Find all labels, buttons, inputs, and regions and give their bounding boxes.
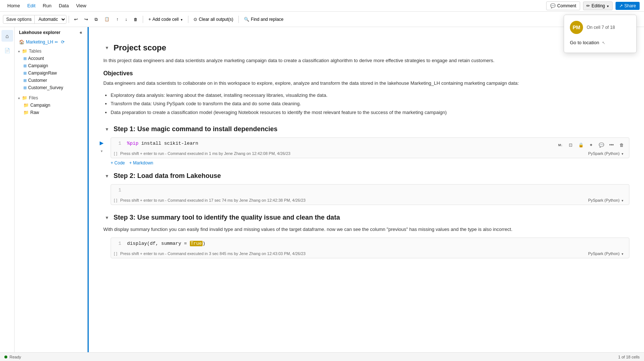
cell1-delete-button[interactable]: 🗑 (617, 141, 626, 149)
add-code-button-1[interactable]: + Code (111, 160, 125, 166)
status-bar: Ready 1 of 18 cells (0, 352, 644, 361)
cell1-toolbar: M↓ ⊡ 🔒 ✦ 💬 ••• 🗑 (556, 141, 626, 149)
cell1-comment-button[interactable]: 💬 (597, 141, 606, 149)
share-icon: ↗ (619, 3, 623, 8)
comment-button[interactable]: 💬 Comment (546, 1, 580, 10)
code-line-3: 1 display(df, summary = True) (111, 238, 629, 249)
menu-home[interactable]: Home (4, 1, 23, 10)
collapse-step1-button[interactable]: ▼ (103, 126, 111, 133)
objectives-title: Objectives (103, 70, 629, 77)
sidebar-icon-home[interactable]: ⌂ (1, 30, 13, 42)
collapse-step3-button[interactable]: ▼ (103, 214, 111, 221)
code-step1: %pip install scikit-learn (127, 141, 198, 146)
comment-icon: 💬 (550, 3, 556, 8)
move-up-button[interactable]: ↑ (113, 15, 121, 23)
copy-button[interactable]: ⧉ (92, 15, 101, 23)
section-step2: ▼ Step 2: Load data from Lakehouse (103, 172, 629, 180)
objectives-intro: Data engineers and data scientists to co… (103, 80, 629, 87)
cell-count: 1 of 18 cells (618, 355, 640, 359)
step3-description: With display summary function you can ea… (103, 226, 629, 233)
user-avatar: PM (570, 21, 583, 34)
project-scope-title: Project scope (114, 43, 166, 53)
toolbar-divider-2 (143, 16, 143, 23)
code-line-2: 1 (111, 185, 629, 196)
move-down-button[interactable]: ↓ (122, 15, 130, 23)
editing-button[interactable]: ✏ Editing (583, 1, 613, 10)
cell-step1: ▶ ▾ M↓ ⊡ 🔒 ✦ 💬 ••• 🗑 1 %pip install scik… (111, 137, 629, 168)
sidebar-item-campaign[interactable]: ⊞ Campaign (15, 62, 87, 69)
save-options-label: Save options (3, 15, 34, 23)
cell3-execution: [ ] Press shift + enter to run - Command… (111, 249, 629, 258)
goto-location-button[interactable]: Go to location ↖ (570, 38, 630, 47)
section-step1: ▼ Step 1: Use magic command to install d… (103, 125, 629, 133)
code-cell-1[interactable]: M↓ ⊡ 🔒 ✦ 💬 ••• 🗑 1 %pip install scikit-l… (111, 137, 629, 158)
content-area: ▼ Project scope In this project data eng… (89, 27, 644, 352)
find-replace-button[interactable]: 🔍 Find and replace (241, 15, 286, 23)
collapse-step2-button[interactable]: ▼ (103, 172, 111, 180)
menu-data[interactable]: Data (56, 1, 72, 10)
user-popup: PM On cell 7 of 18 Go to location ↖ (564, 15, 637, 53)
sidebar-item-campaignraw[interactable]: ⊞ CampaignRaw (15, 69, 87, 77)
menu-run[interactable]: Run (40, 1, 54, 10)
cursor-icon: ↖ (602, 41, 605, 45)
menu-edit[interactable]: Edit (24, 1, 38, 10)
cell1-controls: ▶ ▾ (97, 137, 106, 154)
cell-step3: 1 display(df, summary = True) [ ] Press … (111, 238, 629, 258)
lakehouse-icon: 🏠 (19, 39, 24, 45)
cell1-collapse-button[interactable]: ▾ (98, 148, 105, 154)
status-left: Ready (4, 355, 21, 359)
table-campaignraw-icon: ⊞ (23, 71, 27, 76)
main-layout: ⌂ 📄 Lakehouse explorer « 🏠 Marketing_LH … (0, 27, 644, 352)
cell1-star-button[interactable]: ✦ (587, 141, 595, 149)
table-campaign-icon: ⊞ (23, 64, 27, 68)
bullet-2: Transform the data: Using PySpark code t… (111, 99, 629, 108)
undo-icon (74, 17, 78, 22)
folder-tables-icon: 📁 (22, 49, 27, 54)
collapse-project-scope-button[interactable]: ▼ (103, 44, 111, 52)
delete-button[interactable]: 🗑 (131, 16, 141, 23)
sidebar-item-raw-folder[interactable]: 📁 Raw (15, 109, 87, 116)
cell1-run-button[interactable]: ▶ (97, 139, 106, 147)
lakehouse-refresh-icon[interactable]: ⟳ (61, 39, 65, 45)
cell1-more-button[interactable]: ••• (607, 141, 616, 149)
sidebar-icon-file[interactable]: 📄 (1, 45, 13, 56)
clear-all-outputs-button[interactable]: ⊙ Clear all output(s) (191, 15, 236, 23)
share-button[interactable]: ↗ Share (616, 2, 640, 10)
undo-button[interactable] (71, 15, 81, 23)
lakehouse-edit-icon[interactable]: ✏ (55, 40, 58, 45)
cell3-language-chevron-icon (621, 251, 624, 256)
sidebar-item-campaign-folder[interactable]: 📁 Campaign (15, 102, 87, 109)
popup-cell-info: On cell 7 of 18 (587, 25, 615, 30)
sidebar-item-customer[interactable]: ⊞ Customer (15, 77, 87, 84)
lakehouse-name[interactable]: 🏠 Marketing_LH ✏ ⟳ (15, 38, 87, 46)
redo-button[interactable] (81, 15, 91, 23)
folder-campaign-icon: 📁 (23, 103, 29, 108)
collapse-sidebar-button[interactable]: « (79, 29, 83, 36)
files-group[interactable]: 📁 Files (15, 94, 87, 102)
step3-title: Step 3: Use summary tool to identify the… (114, 214, 340, 221)
paste-button[interactable]: 📋 (101, 15, 112, 23)
cell3-language-badge[interactable]: PySpark (Python) (586, 251, 626, 256)
table-customersurvey-icon: ⊞ (23, 86, 27, 90)
sidebar-item-account[interactable]: ⊞ Account (15, 55, 87, 62)
paste-icon: 📋 (104, 17, 110, 22)
cell1-md-button[interactable]: M↓ (556, 141, 565, 149)
add-code-chevron-icon (180, 17, 183, 22)
step2-title: Step 2: Load data from Lakehouse (114, 172, 221, 180)
add-cell-row-1: + Code + Markdown (111, 158, 629, 168)
menu-view[interactable]: View (73, 1, 89, 10)
add-markdown-button-1[interactable]: + Markdown (129, 160, 153, 166)
code-cell-2[interactable]: 1 [ ] Press shift + enter to run - Comma… (111, 184, 629, 205)
cell2-status: Press shift + enter to run - Command exe… (117, 198, 586, 202)
bullet-3: Data preparation to create a classificat… (111, 108, 629, 117)
sidebar-item-customer-survey[interactable]: ⊞ Customer_Survey (15, 84, 87, 91)
cell1-language-badge[interactable]: PySpark (Python) (586, 151, 626, 156)
cell1-split-button[interactable]: ⊡ (566, 141, 575, 149)
add-code-cell-button[interactable]: + Add code cell (145, 15, 186, 23)
cell1-lock-button[interactable]: 🔒 (576, 141, 585, 149)
tables-group[interactable]: 📁 Tables (15, 48, 87, 55)
save-options-select[interactable]: Automatic Manual (34, 15, 66, 23)
editing-chevron-icon (606, 3, 609, 8)
cell2-language-badge[interactable]: PySpark (Python) (586, 197, 626, 203)
code-cell-3[interactable]: 1 display(df, summary = True) [ ] Press … (111, 238, 629, 258)
